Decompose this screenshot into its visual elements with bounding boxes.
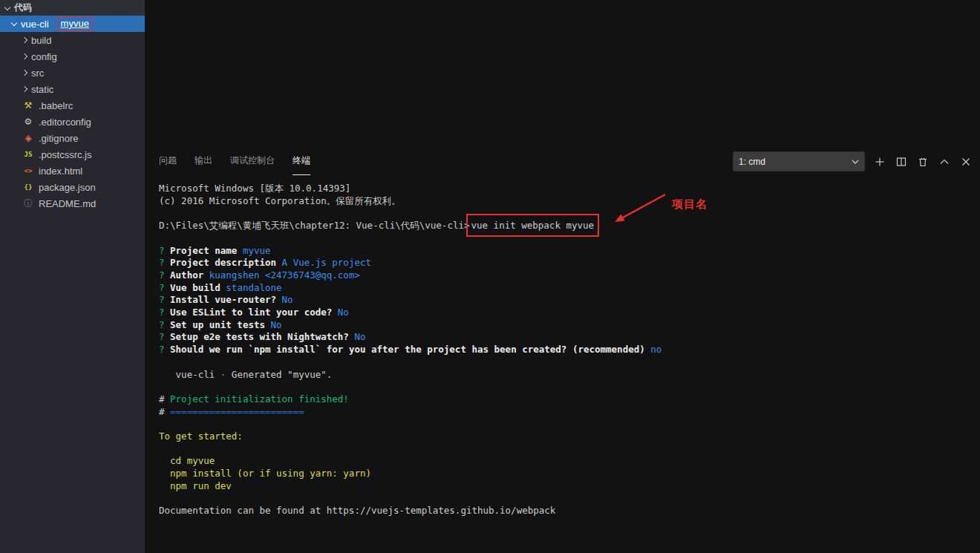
editor-area: 问题输出调试控制台终端 1: cmd (145, 0, 980, 553)
tree-item--gitignore[interactable]: ◈.gitignore (0, 130, 145, 146)
babel-icon: ⚒ (22, 99, 34, 111)
vscode-window: 代码 vue-cli myvue buildconfigsrcstatic⚒.b… (0, 0, 980, 553)
terminal-line: D:\Files\艾编程\黄埔飞天班\chapter12: Vue-cli\代码… (159, 220, 977, 232)
terminal-text: # (159, 393, 170, 405)
terminal-line: ? Project name myvue (159, 245, 977, 258)
terminal-line: npm install (or if using yarn: yarn) (159, 468, 977, 480)
terminal-text: standalone (226, 282, 281, 293)
terminal-line: ? Install vue-router? No (159, 294, 977, 307)
panel-header: 问题输出调试控制台终端 1: cmd (145, 148, 980, 175)
file-label: package.json (39, 182, 96, 193)
tree-item-package-json[interactable]: {}package.json (0, 179, 145, 195)
terminal-line (159, 356, 977, 369)
tree-item--editorconfig[interactable]: ⚙.editorconfig (0, 114, 145, 130)
tree-item--postcssrc-js[interactable]: JS.postcssrc.js (0, 146, 145, 163)
split-panel-icon (896, 157, 906, 167)
terminal-line: # Project initialization finished! (159, 393, 977, 406)
terminal-text: ======================== (170, 406, 304, 417)
terminal-line (159, 493, 977, 505)
terminal-line (159, 381, 977, 393)
chevron-right-icon (22, 37, 27, 43)
terminal-line: (c) 2016 Microsoft Corporation。保留所有权利。 (159, 195, 977, 208)
close-panel-button[interactable] (959, 155, 973, 168)
terminal-text: Use ESLint to lint your code? (170, 307, 338, 318)
panel-tab-问题[interactable]: 问题 (159, 148, 177, 175)
explorer-section-header[interactable]: 代码 (0, 0, 145, 16)
tree-item-build[interactable]: build (0, 32, 145, 48)
bottom-panel: 问题输出调试控制台终端 1: cmd (145, 148, 980, 553)
terminal-text: D:\Files\艾编程\黄埔飞天班\chapter12: Vue-cli\代码… (159, 220, 470, 231)
plus-icon (875, 157, 885, 167)
panel-tab-终端[interactable]: 终端 (293, 148, 310, 175)
terminal-text: To get started: (159, 431, 243, 442)
terminal-text: ? (159, 294, 170, 305)
chevron-down-icon (852, 159, 859, 165)
chevron-down-icon (11, 20, 17, 26)
chevron-right-icon (22, 53, 27, 59)
file-label: config (31, 51, 57, 62)
terminal-output[interactable]: Microsoft Windows [版本 10.0.14393](c) 201… (159, 183, 977, 553)
terminal-line: ? Should we run `npm install` for you af… (159, 344, 977, 356)
terminal-text: No (338, 307, 349, 318)
tree-item-vue-cli[interactable]: vue-cli myvue (0, 16, 145, 32)
terminal-text: Should we run `npm install` for you afte… (170, 344, 650, 355)
chevron-right-icon (22, 70, 27, 76)
file-label: .gitignore (39, 133, 78, 144)
file-label: .postcssrc.js (39, 149, 92, 160)
terminal-text: ? (159, 319, 170, 330)
chevron-right-icon (22, 86, 27, 92)
file-label: README.md (39, 198, 96, 209)
file-label: static (31, 84, 53, 95)
panel-tab-输出[interactable]: 输出 (195, 148, 212, 175)
terminal-text: Generated "myvue". (232, 369, 332, 380)
tree-item-static[interactable]: static (0, 81, 145, 97)
panel-controls: 1: cmd (733, 151, 973, 171)
terminal-text: cd myvue (159, 455, 215, 466)
terminal-line: Documentation can be found at https://vu… (159, 505, 977, 517)
tree-item-index-html[interactable]: <>index.html (0, 163, 145, 179)
maximize-panel-button[interactable] (938, 155, 951, 168)
trash-icon (918, 157, 928, 167)
terminal-text: Vue build (170, 282, 226, 293)
terminal-selector-value: 1: cmd (739, 157, 765, 167)
panel-tab-调试控制台[interactable]: 调试控制台 (230, 148, 275, 175)
kill-terminal-button[interactable] (916, 155, 930, 168)
terminal-text: # (159, 406, 170, 417)
close-icon (961, 157, 971, 167)
terminal-text: No (271, 319, 282, 330)
terminal-line: ? Project description A Vue.js project (159, 257, 977, 269)
terminal-text: Project initialization finished! (170, 393, 349, 405)
terminal-text: ? (159, 331, 170, 342)
terminal-line (159, 418, 977, 431)
terminal-line: vue-cli · Generated "myvue". (159, 369, 977, 382)
terminal-text: No (354, 331, 365, 342)
new-terminal-button[interactable] (873, 155, 886, 168)
terminal-text: ? (159, 307, 170, 318)
terminal-line (159, 443, 977, 456)
tree-item-src[interactable]: src (0, 65, 145, 81)
js-icon: JS (22, 148, 34, 160)
git-icon: ◈ (22, 132, 34, 144)
split-terminal-button[interactable] (895, 155, 908, 168)
section-label: 代码 (14, 1, 32, 14)
terminal-text: (c) 2016 Microsoft Corporation。保留所有权利。 (159, 195, 401, 206)
highlighted-folder-name: myvue (57, 17, 93, 30)
terminal-text: A Vue.js project (282, 257, 371, 268)
tree-item-config[interactable]: config (0, 48, 145, 65)
terminal-text: No (282, 294, 293, 305)
file-label: .babelrc (39, 100, 73, 111)
terminal-text: npm run dev (159, 480, 232, 491)
tree-item-readme-md[interactable]: ⓘREADME.md (0, 195, 145, 212)
terminal-text: ? (159, 257, 170, 268)
terminal-text: Project description (170, 257, 282, 268)
terminal-line: cd myvue (159, 455, 977, 468)
file-label: src (31, 68, 44, 79)
terminal-selector[interactable]: 1: cmd (733, 151, 865, 171)
tree-item--babelrc[interactable]: ⚒.babelrc (0, 97, 145, 114)
file-label: index.html (39, 166, 82, 177)
terminal-text: ? (159, 344, 170, 355)
panel-tabs: 问题输出调试控制台终端 (159, 148, 310, 175)
terminal-text: Project name (170, 245, 243, 256)
annotation-project-name: 项目名 (672, 197, 708, 212)
terminal-line: npm run dev (159, 480, 977, 493)
